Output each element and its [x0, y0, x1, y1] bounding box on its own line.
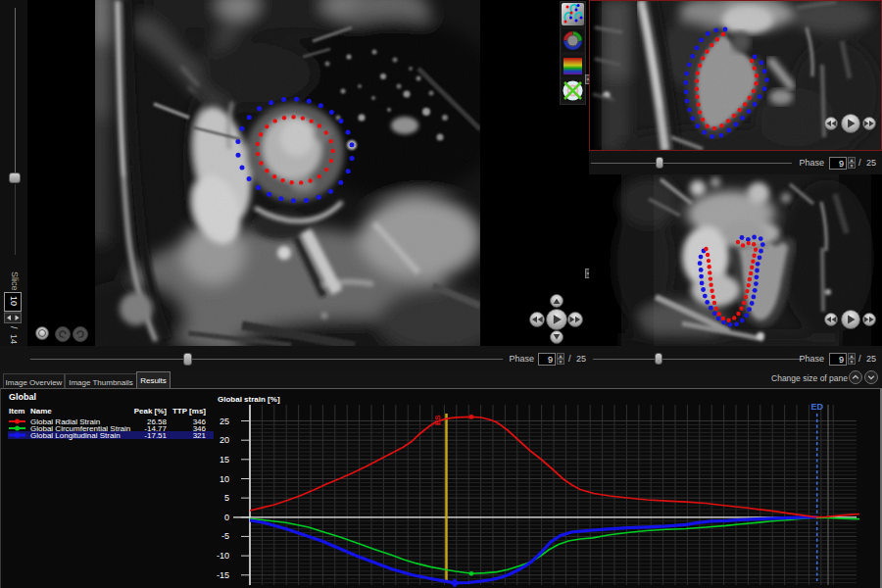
svg-text:10: 10 — [9, 296, 19, 306]
svg-text:ED: ED — [810, 402, 823, 412]
svg-text:0: 0 — [224, 513, 229, 522]
svg-text:Global strain [%]: Global strain [%] — [218, 395, 280, 404]
svg-text:25: 25 — [220, 416, 229, 426]
svg-text:-5: -5 — [221, 531, 229, 541]
svg-text:15: 15 — [220, 455, 229, 465]
svg-text:10: 10 — [220, 474, 229, 484]
svg-text:Slice: Slice — [10, 271, 20, 291]
svg-text:/: / — [9, 326, 19, 329]
svg-text:-10: -10 — [217, 551, 229, 561]
svg-text:-15: -15 — [217, 570, 229, 580]
svg-text:5: 5 — [224, 493, 229, 503]
svg-text:14: 14 — [9, 334, 19, 344]
svg-text:20: 20 — [220, 435, 229, 445]
